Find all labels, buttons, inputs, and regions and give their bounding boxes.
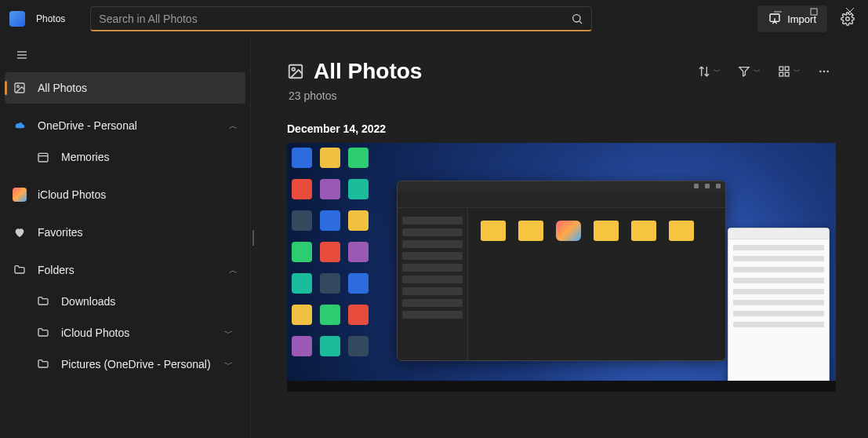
folder-icon (13, 263, 27, 277)
sidebar-item-label: Downloads (61, 295, 115, 308)
sidebar-item-label: OneDrive - Personal (38, 119, 137, 132)
sort-button[interactable]: ﹀ (692, 58, 727, 85)
maximize-icon (810, 8, 818, 16)
chevron-up-icon: ︿ (229, 265, 238, 276)
svg-rect-14 (38, 153, 48, 162)
content: All Photos ﹀ ﹀ ﹀ 23 photos (256, 38, 868, 438)
photo-thumbnail[interactable] (287, 143, 836, 392)
hamburger-icon (16, 49, 28, 61)
filter-icon (738, 65, 750, 78)
photo-count: 23 photos (289, 89, 837, 102)
sidebar-item-label: Favorites (38, 226, 83, 239)
maximize-button[interactable] (796, 0, 832, 24)
sidebar-item-favorites[interactable]: Favorites (5, 217, 245, 248)
folder-icon (36, 357, 50, 371)
svg-rect-20 (785, 67, 789, 71)
svg-point-13 (17, 86, 20, 88)
svg-point-24 (823, 71, 825, 72)
minimize-button[interactable] (760, 0, 796, 24)
folder-icon (36, 326, 50, 340)
sidebar-splitter[interactable] (251, 38, 256, 438)
heart-icon (13, 225, 27, 239)
cloud-icon (13, 119, 27, 133)
search-icon[interactable] (571, 13, 583, 25)
content-header: All Photos ﹀ ﹀ ﹀ (287, 58, 837, 85)
app-icon (9, 11, 25, 27)
grid-icon (778, 65, 790, 78)
sidebar-item-pictures-onedrive[interactable]: Pictures (OneDrive - Personal) ﹀ (28, 349, 241, 380)
sidebar-item-label: Memories (61, 151, 109, 163)
date-header: December 14, 2022 (287, 122, 837, 135)
sidebar-item-downloads[interactable]: Downloads (28, 286, 241, 317)
svg-rect-22 (785, 72, 789, 76)
minimize-icon (774, 8, 782, 16)
chevron-down-icon: ﹀ (224, 327, 233, 339)
photo-icon (287, 63, 304, 80)
svg-point-23 (819, 71, 821, 72)
window-controls (760, 0, 868, 24)
content-toolbar: ﹀ ﹀ ﹀ (692, 58, 837, 85)
close-icon (846, 8, 854, 16)
sidebar-item-onedrive[interactable]: OneDrive - Personal ︿ (5, 110, 245, 141)
sidebar-item-all-photos[interactable]: All Photos (5, 72, 245, 104)
svg-rect-19 (779, 67, 783, 71)
page-title: All Photos (314, 59, 422, 84)
sidebar-item-label: All Photos (38, 82, 87, 94)
hamburger-button[interactable] (6, 39, 38, 71)
sidebar-item-label: Pictures (OneDrive - Personal) (61, 358, 211, 370)
chevron-up-icon: ︿ (229, 120, 238, 132)
folder-icon (36, 294, 50, 308)
chevron-down-icon: ﹀ (754, 67, 761, 77)
svg-point-0 (573, 14, 580, 21)
search-input[interactable] (99, 13, 571, 25)
svg-point-17 (292, 68, 295, 71)
chevron-down-icon: ﹀ (224, 359, 233, 370)
titlebar: Photos Import (0, 0, 868, 38)
photo-icon (13, 81, 27, 95)
sidebar-item-icloud[interactable]: iCloud Photos (5, 179, 245, 210)
svg-point-25 (826, 71, 828, 72)
sidebar-item-label: iCloud Photos (61, 327, 129, 339)
calendar-icon (36, 150, 50, 164)
search-box[interactable] (90, 6, 592, 31)
svg-line-1 (579, 21, 582, 24)
main: All Photos OneDrive - Personal ︿ Memorie… (0, 38, 868, 438)
chevron-down-icon: ﹀ (794, 67, 801, 77)
sidebar-item-memories[interactable]: Memories (28, 141, 241, 173)
more-button[interactable] (812, 58, 837, 85)
sidebar-item-label: iCloud Photos (38, 188, 106, 201)
sidebar-item-folders[interactable]: Folders ︿ (5, 254, 245, 286)
photo-grid (287, 143, 837, 392)
sort-icon (698, 65, 710, 78)
sidebar: All Photos OneDrive - Personal ︿ Memorie… (0, 38, 251, 438)
chevron-down-icon: ﹀ (714, 67, 721, 77)
filter-button[interactable]: ﹀ (732, 58, 767, 85)
svg-rect-6 (811, 9, 817, 15)
sidebar-item-label: Folders (38, 264, 74, 276)
close-button[interactable] (832, 0, 868, 24)
icloud-icon (13, 188, 27, 202)
svg-rect-21 (779, 72, 783, 76)
view-button[interactable]: ﹀ (772, 58, 807, 85)
more-icon (818, 65, 830, 78)
sidebar-item-icloud-folder[interactable]: iCloud Photos ﹀ (28, 317, 241, 349)
app-title: Photos (36, 13, 65, 24)
svg-marker-18 (739, 68, 749, 76)
